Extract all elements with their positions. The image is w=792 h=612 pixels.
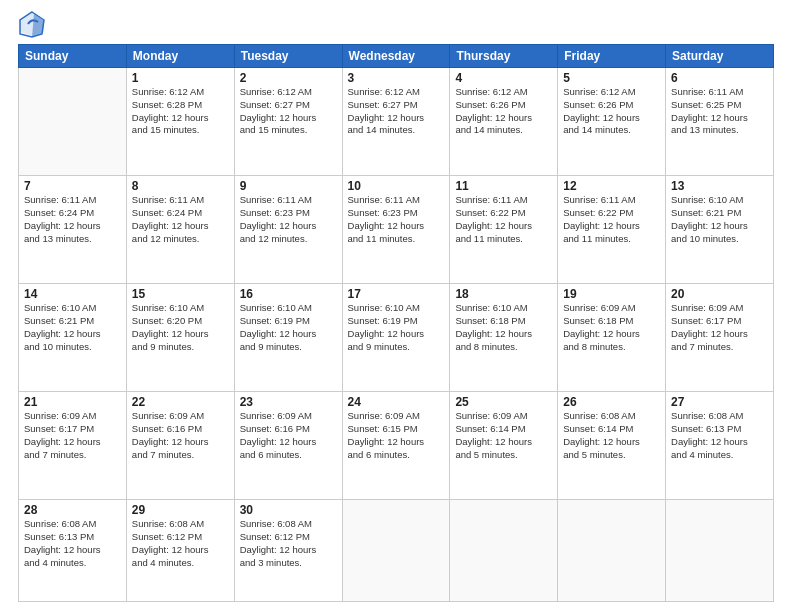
calendar-cell: 27Sunrise: 6:08 AMSunset: 6:13 PMDayligh… bbox=[666, 392, 774, 500]
day-number: 30 bbox=[240, 503, 337, 517]
day-info: Sunrise: 6:08 AMSunset: 6:12 PMDaylight:… bbox=[132, 518, 229, 569]
day-info: Sunrise: 6:09 AMSunset: 6:18 PMDaylight:… bbox=[563, 302, 660, 353]
day-number: 24 bbox=[348, 395, 445, 409]
calendar-header-sunday: Sunday bbox=[19, 45, 127, 68]
calendar-cell: 24Sunrise: 6:09 AMSunset: 6:15 PMDayligh… bbox=[342, 392, 450, 500]
calendar-cell: 10Sunrise: 6:11 AMSunset: 6:23 PMDayligh… bbox=[342, 176, 450, 284]
day-number: 23 bbox=[240, 395, 337, 409]
calendar-cell: 23Sunrise: 6:09 AMSunset: 6:16 PMDayligh… bbox=[234, 392, 342, 500]
day-info: Sunrise: 6:09 AMSunset: 6:16 PMDaylight:… bbox=[240, 410, 337, 461]
calendar-cell: 3Sunrise: 6:12 AMSunset: 6:27 PMDaylight… bbox=[342, 68, 450, 176]
calendar-cell: 12Sunrise: 6:11 AMSunset: 6:22 PMDayligh… bbox=[558, 176, 666, 284]
calendar-cell: 8Sunrise: 6:11 AMSunset: 6:24 PMDaylight… bbox=[126, 176, 234, 284]
day-info: Sunrise: 6:12 AMSunset: 6:28 PMDaylight:… bbox=[132, 86, 229, 137]
day-number: 29 bbox=[132, 503, 229, 517]
day-info: Sunrise: 6:09 AMSunset: 6:15 PMDaylight:… bbox=[348, 410, 445, 461]
calendar-header-tuesday: Tuesday bbox=[234, 45, 342, 68]
day-number: 28 bbox=[24, 503, 121, 517]
calendar-cell bbox=[666, 500, 774, 602]
day-info: Sunrise: 6:12 AMSunset: 6:27 PMDaylight:… bbox=[348, 86, 445, 137]
day-info: Sunrise: 6:11 AMSunset: 6:24 PMDaylight:… bbox=[132, 194, 229, 245]
day-info: Sunrise: 6:11 AMSunset: 6:22 PMDaylight:… bbox=[455, 194, 552, 245]
day-number: 25 bbox=[455, 395, 552, 409]
day-info: Sunrise: 6:09 AMSunset: 6:16 PMDaylight:… bbox=[132, 410, 229, 461]
day-info: Sunrise: 6:08 AMSunset: 6:12 PMDaylight:… bbox=[240, 518, 337, 569]
calendar-header-wednesday: Wednesday bbox=[342, 45, 450, 68]
day-info: Sunrise: 6:09 AMSunset: 6:17 PMDaylight:… bbox=[24, 410, 121, 461]
day-number: 14 bbox=[24, 287, 121, 301]
calendar-cell bbox=[450, 500, 558, 602]
day-number: 15 bbox=[132, 287, 229, 301]
day-number: 18 bbox=[455, 287, 552, 301]
day-info: Sunrise: 6:11 AMSunset: 6:22 PMDaylight:… bbox=[563, 194, 660, 245]
calendar-cell: 9Sunrise: 6:11 AMSunset: 6:23 PMDaylight… bbox=[234, 176, 342, 284]
day-info: Sunrise: 6:10 AMSunset: 6:18 PMDaylight:… bbox=[455, 302, 552, 353]
day-info: Sunrise: 6:10 AMSunset: 6:20 PMDaylight:… bbox=[132, 302, 229, 353]
calendar-header-thursday: Thursday bbox=[450, 45, 558, 68]
day-info: Sunrise: 6:10 AMSunset: 6:19 PMDaylight:… bbox=[240, 302, 337, 353]
day-number: 7 bbox=[24, 179, 121, 193]
day-number: 10 bbox=[348, 179, 445, 193]
day-number: 2 bbox=[240, 71, 337, 85]
day-number: 19 bbox=[563, 287, 660, 301]
calendar-cell bbox=[19, 68, 127, 176]
calendar-cell: 22Sunrise: 6:09 AMSunset: 6:16 PMDayligh… bbox=[126, 392, 234, 500]
day-number: 9 bbox=[240, 179, 337, 193]
day-info: Sunrise: 6:12 AMSunset: 6:26 PMDaylight:… bbox=[455, 86, 552, 137]
day-number: 27 bbox=[671, 395, 768, 409]
day-info: Sunrise: 6:12 AMSunset: 6:26 PMDaylight:… bbox=[563, 86, 660, 137]
calendar-week-2: 7Sunrise: 6:11 AMSunset: 6:24 PMDaylight… bbox=[19, 176, 774, 284]
day-number: 26 bbox=[563, 395, 660, 409]
day-number: 12 bbox=[563, 179, 660, 193]
calendar-cell: 20Sunrise: 6:09 AMSunset: 6:17 PMDayligh… bbox=[666, 284, 774, 392]
logo bbox=[18, 10, 50, 38]
day-info: Sunrise: 6:09 AMSunset: 6:17 PMDaylight:… bbox=[671, 302, 768, 353]
calendar-cell: 6Sunrise: 6:11 AMSunset: 6:25 PMDaylight… bbox=[666, 68, 774, 176]
calendar-cell: 19Sunrise: 6:09 AMSunset: 6:18 PMDayligh… bbox=[558, 284, 666, 392]
day-info: Sunrise: 6:09 AMSunset: 6:14 PMDaylight:… bbox=[455, 410, 552, 461]
calendar-cell: 25Sunrise: 6:09 AMSunset: 6:14 PMDayligh… bbox=[450, 392, 558, 500]
logo-icon bbox=[18, 10, 46, 38]
day-number: 16 bbox=[240, 287, 337, 301]
day-number: 17 bbox=[348, 287, 445, 301]
day-number: 11 bbox=[455, 179, 552, 193]
day-number: 5 bbox=[563, 71, 660, 85]
calendar-cell: 11Sunrise: 6:11 AMSunset: 6:22 PMDayligh… bbox=[450, 176, 558, 284]
day-info: Sunrise: 6:11 AMSunset: 6:25 PMDaylight:… bbox=[671, 86, 768, 137]
calendar-cell: 13Sunrise: 6:10 AMSunset: 6:21 PMDayligh… bbox=[666, 176, 774, 284]
calendar-cell: 21Sunrise: 6:09 AMSunset: 6:17 PMDayligh… bbox=[19, 392, 127, 500]
day-info: Sunrise: 6:11 AMSunset: 6:23 PMDaylight:… bbox=[348, 194, 445, 245]
day-info: Sunrise: 6:08 AMSunset: 6:13 PMDaylight:… bbox=[24, 518, 121, 569]
calendar-cell: 26Sunrise: 6:08 AMSunset: 6:14 PMDayligh… bbox=[558, 392, 666, 500]
day-info: Sunrise: 6:11 AMSunset: 6:23 PMDaylight:… bbox=[240, 194, 337, 245]
calendar-header-saturday: Saturday bbox=[666, 45, 774, 68]
calendar-week-5: 28Sunrise: 6:08 AMSunset: 6:13 PMDayligh… bbox=[19, 500, 774, 602]
calendar-cell: 28Sunrise: 6:08 AMSunset: 6:13 PMDayligh… bbox=[19, 500, 127, 602]
calendar-week-4: 21Sunrise: 6:09 AMSunset: 6:17 PMDayligh… bbox=[19, 392, 774, 500]
day-info: Sunrise: 6:08 AMSunset: 6:13 PMDaylight:… bbox=[671, 410, 768, 461]
calendar-week-3: 14Sunrise: 6:10 AMSunset: 6:21 PMDayligh… bbox=[19, 284, 774, 392]
day-number: 4 bbox=[455, 71, 552, 85]
day-info: Sunrise: 6:08 AMSunset: 6:14 PMDaylight:… bbox=[563, 410, 660, 461]
day-number: 1 bbox=[132, 71, 229, 85]
calendar-cell: 1Sunrise: 6:12 AMSunset: 6:28 PMDaylight… bbox=[126, 68, 234, 176]
day-info: Sunrise: 6:10 AMSunset: 6:21 PMDaylight:… bbox=[671, 194, 768, 245]
calendar-cell: 2Sunrise: 6:12 AMSunset: 6:27 PMDaylight… bbox=[234, 68, 342, 176]
page-header bbox=[18, 10, 774, 38]
calendar-cell bbox=[342, 500, 450, 602]
day-info: Sunrise: 6:10 AMSunset: 6:19 PMDaylight:… bbox=[348, 302, 445, 353]
day-info: Sunrise: 6:10 AMSunset: 6:21 PMDaylight:… bbox=[24, 302, 121, 353]
calendar-cell bbox=[558, 500, 666, 602]
calendar-cell: 17Sunrise: 6:10 AMSunset: 6:19 PMDayligh… bbox=[342, 284, 450, 392]
calendar-header-row: SundayMondayTuesdayWednesdayThursdayFrid… bbox=[19, 45, 774, 68]
calendar-cell: 16Sunrise: 6:10 AMSunset: 6:19 PMDayligh… bbox=[234, 284, 342, 392]
calendar-cell: 5Sunrise: 6:12 AMSunset: 6:26 PMDaylight… bbox=[558, 68, 666, 176]
day-number: 3 bbox=[348, 71, 445, 85]
calendar-cell: 15Sunrise: 6:10 AMSunset: 6:20 PMDayligh… bbox=[126, 284, 234, 392]
calendar-week-1: 1Sunrise: 6:12 AMSunset: 6:28 PMDaylight… bbox=[19, 68, 774, 176]
day-number: 13 bbox=[671, 179, 768, 193]
calendar-cell: 4Sunrise: 6:12 AMSunset: 6:26 PMDaylight… bbox=[450, 68, 558, 176]
calendar-cell: 14Sunrise: 6:10 AMSunset: 6:21 PMDayligh… bbox=[19, 284, 127, 392]
calendar-cell: 7Sunrise: 6:11 AMSunset: 6:24 PMDaylight… bbox=[19, 176, 127, 284]
day-number: 20 bbox=[671, 287, 768, 301]
